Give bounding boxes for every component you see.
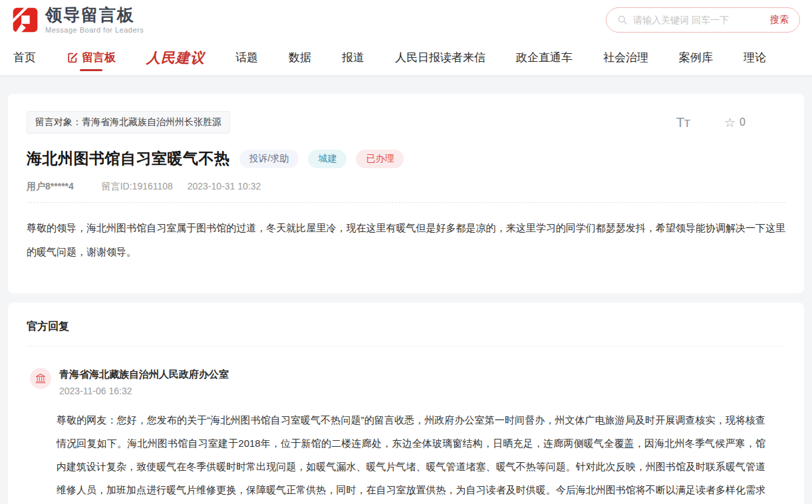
official-reply-card: 官方回复 青海省海北藏族自治州人民政府办公室 2023-11-06 16:32 … [8, 303, 804, 504]
logo-subtitle: Message Board for Leaders [45, 26, 144, 34]
nav-item-social-governance[interactable]: 社会治理 [603, 40, 648, 75]
tag-complaint-type[interactable]: 投诉/求助 [239, 150, 299, 168]
search-icon [617, 15, 628, 25]
search-button[interactable]: 搜索 [770, 14, 789, 26]
main-nav: 首页 留言板 人民建议 话题 数据 报道 人民日报读者来信 政企直通车 社会治理… [0, 40, 812, 75]
message-id: 留言ID:19161108 [102, 181, 173, 191]
reply-section-title: 官方回复 [27, 320, 785, 346]
avatar [30, 368, 51, 389]
tag-domain[interactable]: 城建 [308, 150, 346, 168]
nav-item-people-suggestions[interactable]: 人民建议 [146, 40, 205, 75]
search-box: 搜索 [606, 7, 800, 33]
logo[interactable]: 领导留言板 Message Board for Leaders [12, 6, 144, 34]
divider [27, 202, 785, 203]
reply-header: 青海省海北藏族自治州人民政府办公室 2023-11-06 16:32 [59, 368, 229, 396]
nav-item-reports[interactable]: 报道 [342, 40, 364, 75]
search-input[interactable] [633, 15, 770, 25]
government-building-icon [35, 372, 47, 384]
nav-item-home[interactable]: 首页 [13, 40, 36, 75]
nav-item-reader-letters[interactable]: 人民日报读者来信 [395, 40, 485, 75]
nav-item-label: 留言板 [82, 50, 116, 65]
reply-org-name: 青海省海北藏族自治州人民政府办公室 [59, 368, 229, 381]
logo-title: 领导留言板 [45, 6, 144, 25]
nav-item-label: 话题 [235, 50, 258, 65]
nav-item-message-board[interactable]: 留言板 [67, 40, 116, 75]
font-size-toggle[interactable]: Tт [676, 114, 690, 130]
nav-item-label: 数据 [289, 50, 311, 65]
topbar: 领导留言板 Message Board for Leaders 搜索 [0, 0, 812, 40]
nav-item-label: 首页 [13, 50, 36, 65]
nav-item-gov-enterprise[interactable]: 政企直通车 [516, 40, 573, 75]
active-tab-underline [80, 69, 102, 71]
nav-item-topics[interactable]: 话题 [235, 40, 258, 75]
nav-item-label: 案例库 [679, 50, 713, 65]
nav-item-label: 理论 [744, 50, 766, 65]
nav-item-label: 政企直通车 [516, 50, 573, 65]
message-user: 用户8*****4 [27, 181, 74, 191]
message-body: 尊敬的领导，海北州图书馆自习室属于图书馆的过道，冬天就比屋里冷，现在这里有暖气但… [27, 216, 785, 264]
nav-item-label: 人民建议 [146, 49, 205, 67]
nav-item-label: 社会治理 [603, 50, 648, 65]
reply-item: 青海省海北藏族自治州人民政府办公室 2023-11-06 16:32 [30, 368, 785, 396]
pen-square-icon [67, 52, 78, 64]
reply-body: 尊敬的网友：您好，您发布的关于“海北州图书馆自习室暖气不热问题”的留言收悉，州政… [57, 408, 765, 504]
logo-text: 领导留言板 Message Board for Leaders [45, 6, 144, 34]
message-meta: 用户8*****4 留言ID:19161108 2023-10-31 10:32 [27, 181, 785, 193]
nav-item-theory[interactable]: 理论 [744, 40, 766, 75]
message-title: 海北州图书馆自习室暖气不热 [27, 148, 230, 169]
nav-item-data[interactable]: 数据 [289, 40, 311, 75]
message-date: 2023-10-31 10:32 [188, 181, 261, 191]
logo-icon [12, 7, 39, 33]
tag-status[interactable]: 已办理 [356, 150, 404, 168]
star-count: 0 [740, 116, 745, 128]
nav-item-label: 报道 [342, 50, 364, 65]
reply-date: 2023-11-06 16:32 [59, 386, 229, 396]
message-card: 留言对象：青海省海北藏族自治州州长张胜源 Tт ☆ 0 海北州图书馆自习室暖气不… [8, 94, 804, 293]
nav-item-case-library[interactable]: 案例库 [679, 40, 713, 75]
favorite-button[interactable]: ☆ 0 [724, 115, 745, 130]
nav-item-label: 人民日报读者来信 [395, 50, 485, 65]
star-icon: ☆ [724, 115, 736, 130]
content: 留言对象：青海省海北藏族自治州州长张胜源 Tт ☆ 0 海北州图书馆自习室暖气不… [0, 75, 812, 504]
message-target-badge: 留言对象：青海省海北藏族自治州州长张胜源 [27, 111, 230, 134]
